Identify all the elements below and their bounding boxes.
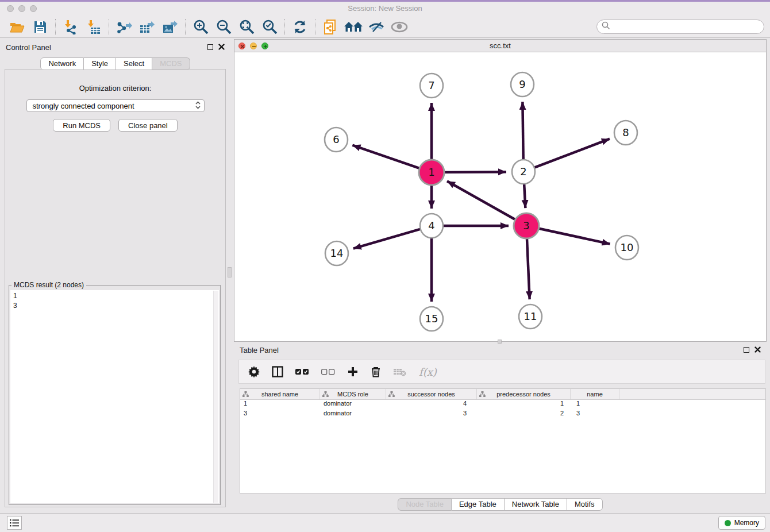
node-8[interactable]: 8 (614, 121, 637, 145)
zoom-in-icon[interactable] (189, 18, 212, 36)
zoom-selected-icon[interactable] (258, 18, 281, 36)
tab-network[interactable]: Network (40, 57, 84, 70)
table-body[interactable]: 1dominator4113dominator323 (240, 400, 765, 419)
column-header-shared-name[interactable]: shared name (240, 389, 320, 399)
column-header-successor-nodes[interactable]: successor nodes (386, 389, 477, 399)
table-row[interactable]: 3dominator323 (240, 410, 765, 419)
mcds-result-text: 1 3 (10, 290, 212, 503)
select-all-icon[interactable] (295, 368, 309, 375)
column-header-name[interactable]: name (571, 389, 619, 399)
apply-layout-icon[interactable] (288, 18, 311, 36)
node-14[interactable]: 14 (325, 241, 348, 265)
table-cell[interactable]: 1 (477, 400, 571, 410)
node-9[interactable]: 9 (511, 72, 534, 97)
zoom-fit-icon[interactable] (235, 18, 258, 36)
node-label-3: 3 (523, 219, 529, 232)
edge-2-8[interactable] (534, 139, 610, 168)
status-bar: Memory (0, 513, 770, 532)
delete-column-icon[interactable] (371, 366, 381, 377)
tab-mcds[interactable]: MCDS (152, 57, 190, 70)
criterion-select[interactable]: strongly connected component (26, 99, 205, 112)
edge-1-2[interactable] (443, 172, 506, 172)
close-table-panel-icon[interactable] (754, 346, 761, 353)
node-table[interactable]: shared nameMCDS rolesuccessor nodesprede… (240, 388, 766, 494)
node-15[interactable]: 15 (420, 307, 443, 331)
node-6[interactable]: 6 (325, 128, 348, 152)
result-scrollbar[interactable] (213, 291, 218, 503)
table-cell[interactable]: dominator (320, 400, 386, 410)
export-table-icon[interactable] (136, 18, 159, 36)
open-session-icon[interactable] (6, 18, 29, 36)
tab-network-table[interactable]: Network Table (505, 498, 567, 511)
function-builder-icon[interactable]: f(x) (419, 366, 437, 378)
table-cell[interactable]: 3 (571, 410, 619, 419)
node-label-2: 2 (520, 165, 526, 178)
node-2[interactable]: 2 (512, 160, 535, 184)
node-1[interactable]: 1 (419, 160, 444, 185)
task-history-button[interactable] (7, 516, 22, 530)
edge-3-11[interactable] (527, 237, 530, 299)
mcds-result-fieldset: MCDS result (2 nodes) 1 3 (9, 285, 221, 505)
export-image-icon[interactable] (159, 18, 182, 36)
mcds-result-box[interactable]: 1 3 (10, 290, 219, 503)
tab-select[interactable]: Select (116, 57, 152, 70)
table-cell[interactable]: 1 (571, 400, 619, 410)
import-network-icon[interactable] (59, 18, 82, 36)
node-3[interactable]: 3 (514, 213, 539, 238)
edge-3-10[interactable] (538, 228, 610, 244)
tab-edge-table[interactable]: Edge Table (452, 498, 505, 511)
memory-button[interactable]: Memory (718, 516, 765, 530)
close-panel-icon[interactable] (218, 44, 225, 50)
network-window-titlebar[interactable]: scc.txt (234, 40, 766, 52)
deselect-all-icon[interactable] (321, 368, 335, 375)
table-settings-icon[interactable] (248, 366, 260, 377)
edge-4-14[interactable] (353, 229, 421, 248)
delete-table-icon[interactable] (393, 367, 407, 376)
memory-label: Memory (734, 519, 759, 527)
float-panel-icon[interactable] (207, 44, 213, 50)
network-graph[interactable]: 1234678910111415 (234, 52, 766, 341)
table-header-row[interactable]: shared nameMCDS rolesuccessor nodesprede… (240, 389, 765, 400)
column-header-MCDS-role[interactable]: MCDS role (320, 389, 386, 399)
table-cell[interactable]: 4 (386, 400, 477, 410)
node-label-6: 6 (333, 133, 339, 145)
table-cell[interactable]: 3 (386, 410, 477, 419)
add-column-icon[interactable] (347, 366, 359, 377)
tab-style[interactable]: Style (84, 57, 116, 70)
network-resize-handle[interactable] (498, 340, 502, 344)
home-icon[interactable] (342, 18, 365, 36)
zoom-out-icon[interactable] (212, 18, 235, 36)
tab-node-table[interactable]: Node Table (398, 498, 452, 511)
run-mcds-button[interactable]: Run MCDS (53, 119, 110, 132)
close-panel-button[interactable]: Close panel (118, 119, 178, 132)
edge-2-9[interactable] (522, 102, 523, 161)
node-11[interactable]: 11 (519, 304, 542, 329)
float-table-panel-icon[interactable] (744, 347, 749, 353)
clone-network-icon[interactable] (319, 18, 342, 36)
edge-2-3[interactable] (524, 183, 525, 208)
column-header-predecessor-nodes[interactable]: predecessor nodes (477, 389, 571, 399)
table-cell[interactable]: 2 (477, 410, 571, 419)
split-view-icon[interactable] (272, 366, 283, 377)
node-label-14: 14 (330, 247, 344, 259)
hide-panel-icon[interactable] (365, 18, 388, 36)
export-network-icon[interactable] (113, 18, 136, 36)
tab-motifs[interactable]: Motifs (567, 498, 603, 511)
import-table-icon[interactable] (82, 18, 105, 36)
table-cell[interactable]: dominator (320, 410, 386, 419)
search-icon (602, 21, 610, 32)
edge-3-1[interactable] (447, 181, 517, 220)
table-cell[interactable]: 3 (240, 410, 320, 419)
search-field[interactable] (596, 20, 764, 34)
node-4[interactable]: 4 (420, 214, 443, 238)
table-cell[interactable]: 1 (240, 400, 320, 410)
edge-1-6[interactable] (352, 145, 421, 169)
table-row[interactable]: 1dominator411 (240, 400, 765, 410)
node-10[interactable]: 10 (615, 236, 638, 260)
save-session-icon[interactable] (29, 18, 52, 36)
network-canvas[interactable]: 1234678910111415 (234, 52, 766, 341)
show-eye-icon[interactable] (388, 18, 411, 36)
node-7[interactable]: 7 (420, 74, 443, 98)
panel-splitter-handle[interactable] (228, 267, 232, 277)
search-input[interactable] (610, 21, 764, 33)
